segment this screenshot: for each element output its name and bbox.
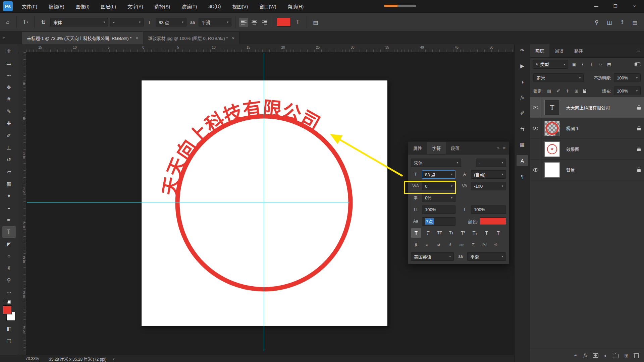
horizontal-ruler[interactable]: 1510505101520253035404550 [26,44,514,52]
path-selection-tool[interactable]: ◤ [2,238,16,250]
standard-ligatures[interactable]: fi [411,241,421,249]
new-layer-icon[interactable]: ⊞ [624,353,629,359]
brush-settings-panel-icon[interactable]: ✑ [517,45,528,56]
patterns-panel-icon[interactable]: ▦ [517,139,528,150]
adjustment-layer-icon[interactable]: ◐ [604,353,607,358]
filter-toggle-switch[interactable] [634,62,641,66]
small-caps[interactable]: Tт [446,228,457,238]
zoom-tool[interactable]: ⚲ [2,274,16,286]
layer-row[interactable]: 椭圆 1 [530,118,644,139]
filter-shape-layers-icon[interactable]: ▱ [596,60,604,68]
search-icon[interactable]: ⚲ [592,16,602,28]
zoom-level[interactable]: 73.33% [25,356,42,361]
gradient-tool[interactable]: ▧ [2,178,16,190]
layer-filter-select[interactable]: ⚲ 类型 ▾ [533,60,568,69]
new-group-icon[interactable] [613,354,619,358]
lasso-tool[interactable]: ∽ [2,69,16,81]
link-layers-icon[interactable]: ⚭ [574,353,578,359]
lock-artboard-icon[interactable]: ⊞ [572,87,580,95]
font-size-select[interactable]: 83 点 ▾ [156,18,186,26]
subscript[interactable]: T₁ [470,228,480,238]
layer-thumbnail[interactable] [544,121,560,136]
tab-close-icon[interactable]: × [136,36,138,41]
language-select[interactable]: 美国英语 ▾ [411,252,454,261]
foreground-color-swatch[interactable] [3,306,11,314]
styles-panel-icon[interactable]: fx [517,92,528,103]
layer-thumbnail[interactable] [544,162,560,178]
menu-item[interactable]: 窗口(W) [254,0,282,12]
font-style-select[interactable]: - ▾ [110,18,144,26]
menu-item[interactable]: 选择(S) [149,0,176,12]
default-colors-icon[interactable] [5,299,11,304]
faux-italic[interactable]: T [423,228,433,238]
panel-menu-icon[interactable]: ≡ [502,145,509,151]
superscript[interactable]: T¹ [458,228,468,238]
type-tool[interactable]: T [2,226,16,238]
text-orientation-icon[interactable]: ⇅ [38,16,48,28]
fractions[interactable]: ½ [491,241,501,249]
delete-layer-icon[interactable] [634,354,639,358]
layer-thumbnail[interactable]: T [544,100,560,115]
eyedropper-tool[interactable]: ✎ [2,105,16,117]
share-icon[interactable]: ↥ [617,16,627,28]
clone-source-panel-icon[interactable]: ⇆ [517,123,528,135]
dodge-tool[interactable]: ◒ [2,202,16,214]
screen-mode-button[interactable]: ▢ [2,335,16,347]
arrange-documents-icon[interactable]: ◫ [604,16,614,28]
panel-menu-icon[interactable]: ≡ [633,48,644,54]
cp-font-style-select[interactable]: - ▾ [476,159,506,167]
minimize-button[interactable]: — [587,0,606,12]
text-color-swatch[interactable] [277,18,291,26]
toolbar-collapse-icon[interactable]: » [2,35,5,40]
cp-spacing-select[interactable]: 0% ▾ [422,194,455,202]
lock-position-icon[interactable]: ✛ [563,87,571,95]
toggle-panels-icon[interactable]: ▤ [311,16,321,28]
panel-tab[interactable]: 图层 [530,44,549,57]
menu-item[interactable]: 3D(D) [203,0,226,12]
discretionary-ligatures[interactable]: st [434,241,444,249]
layer-thumbnail[interactable]: ★ [544,141,560,157]
clone-stamp-tool[interactable]: ⊥ [2,141,16,154]
adjustments-panel-icon[interactable]: ◑ [517,76,528,87]
blend-mode-select[interactable]: 正常 ▾ [533,73,584,82]
brushes-panel-icon[interactable]: ✐ [517,108,528,119]
menu-item[interactable]: 滤镜(T) [176,0,203,12]
vertical-ruler[interactable]: 05101520253035 [18,52,26,355]
tool-preset-icon[interactable]: T ▾ [20,16,31,28]
panel-tab[interactable]: 段落 [446,142,465,154]
layer-row[interactable]: 背景 [530,160,644,180]
lock-pixels-icon[interactable]: ✐ [554,87,562,95]
blur-tool[interactable]: ♦ [2,190,16,202]
menu-item[interactable]: 文件(F) [16,0,43,12]
quick-selection-tool[interactable]: ❖ [2,81,16,93]
canvas-area[interactable]: 1510505101520253035404550 05101520253035… [18,44,514,355]
lock-transparent-icon[interactable]: ▨ [545,87,553,95]
crop-tool[interactable]: # [2,93,16,105]
tab-close-icon[interactable]: × [232,36,234,41]
menu-item[interactable]: 图层(L) [95,0,122,12]
cp-font-size-input[interactable]: 83 点 ▾ [422,170,455,179]
cp-font-family-select[interactable]: 宋体 ▾ [411,159,461,167]
ordinals[interactable]: 1st [479,241,489,249]
ruler-origin[interactable] [18,44,26,52]
workspace-icon[interactable]: ▤ [630,16,640,28]
add-layer-mask-icon[interactable] [593,353,598,358]
document-tab[interactable]: 斑驳素材.jpg @ 100% (图层 0, RGB/8#) * × [143,32,239,44]
menu-item[interactable]: 图像(I) [70,0,95,12]
ellipse-tool[interactable]: ○ [2,250,16,262]
history-brush-tool[interactable]: ↺ [2,154,16,166]
cp-kerning-select[interactable]: 0 ▾ [422,182,455,190]
menu-item[interactable]: 视图(V) [226,0,254,12]
panel-tab[interactable]: 字符 [427,142,446,154]
cp-tracking-select[interactable]: -100 ▾ [471,182,506,190]
panel-tab[interactable]: 属性 [408,142,427,154]
close-button[interactable]: × [625,0,644,12]
menu-item[interactable]: 文字(Y) [122,0,149,12]
layer-visibility-toggle[interactable] [530,160,541,180]
filter-smart-objects-icon[interactable]: ⬒ [605,60,613,68]
strikethrough[interactable]: T [493,228,503,238]
swash[interactable]: A [445,241,455,249]
titling-alternates[interactable]: T [468,241,478,249]
layer-row[interactable]: T 天天向上科技有限公司 [530,97,644,118]
move-tool[interactable]: ✛ [2,45,16,57]
